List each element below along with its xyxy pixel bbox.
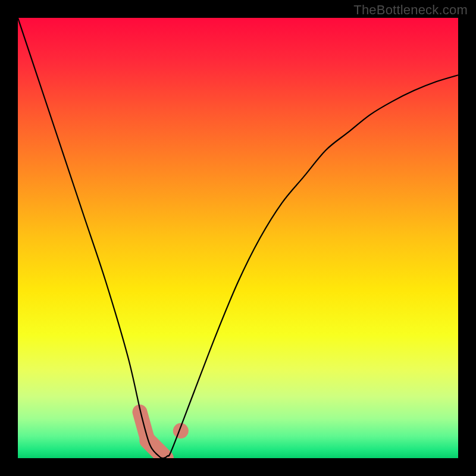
chart-root: TheBottleneck.com <box>0 0 476 476</box>
gradient-background <box>18 18 458 458</box>
attribution-text: TheBottleneck.com <box>353 2 468 18</box>
plot-svg <box>18 18 458 458</box>
plot-area <box>18 18 458 458</box>
